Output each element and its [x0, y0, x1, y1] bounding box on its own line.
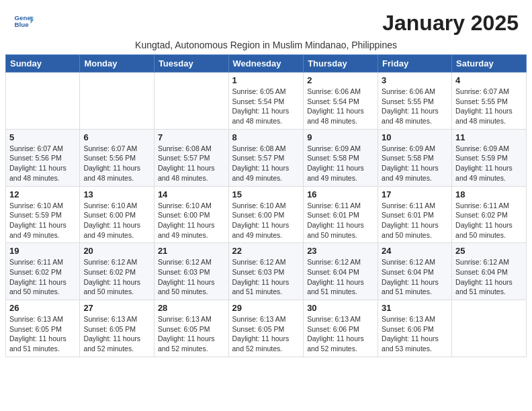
- day-number: 16: [307, 189, 374, 199]
- day-info: Sunrise: 6:09 AM Sunset: 5:58 PM Dayligh…: [307, 144, 374, 183]
- table-row: 25Sunrise: 6:12 AM Sunset: 6:04 PM Dayli…: [452, 243, 527, 300]
- calendar-week-row: 1Sunrise: 6:05 AM Sunset: 5:54 PM Daylig…: [6, 73, 527, 130]
- table-row: 3Sunrise: 6:06 AM Sunset: 5:55 PM Daylig…: [378, 73, 452, 130]
- day-number: 30: [307, 303, 374, 313]
- table-row: [154, 73, 228, 130]
- svg-text:Blue: Blue: [15, 21, 30, 28]
- calendar-table: Sunday Monday Tuesday Wednesday Thursday…: [5, 54, 527, 357]
- day-info: Sunrise: 6:13 AM Sunset: 6:05 PM Dayligh…: [232, 314, 300, 354]
- header-friday: Friday: [378, 55, 452, 73]
- day-number: 25: [455, 246, 523, 256]
- table-row: 27Sunrise: 6:13 AM Sunset: 6:05 PM Dayli…: [80, 300, 154, 357]
- table-row: 4Sunrise: 6:07 AM Sunset: 5:55 PM Daylig…: [452, 73, 527, 130]
- calendar-week-row: 12Sunrise: 6:10 AM Sunset: 5:59 PM Dayli…: [6, 186, 527, 243]
- table-row: 24Sunrise: 6:12 AM Sunset: 6:04 PM Dayli…: [378, 243, 452, 300]
- table-row: 17Sunrise: 6:11 AM Sunset: 6:01 PM Dayli…: [378, 186, 452, 243]
- table-row: 18Sunrise: 6:11 AM Sunset: 6:02 PM Dayli…: [452, 186, 527, 243]
- table-row: 20Sunrise: 6:12 AM Sunset: 6:02 PM Dayli…: [80, 243, 154, 300]
- table-row: 6Sunrise: 6:07 AM Sunset: 5:56 PM Daylig…: [80, 129, 154, 186]
- table-row: [80, 73, 154, 130]
- day-number: 27: [83, 303, 150, 313]
- day-info: Sunrise: 6:07 AM Sunset: 5:56 PM Dayligh…: [83, 144, 150, 183]
- day-number: 24: [382, 246, 448, 256]
- calendar-wrapper: Sunday Monday Tuesday Wednesday Thursday…: [0, 54, 532, 363]
- day-info: Sunrise: 6:11 AM Sunset: 6:01 PM Dayligh…: [307, 201, 374, 240]
- day-info: Sunrise: 6:12 AM Sunset: 6:03 PM Dayligh…: [232, 257, 300, 297]
- day-info: Sunrise: 6:12 AM Sunset: 6:04 PM Dayligh…: [307, 257, 374, 297]
- calendar-week-row: 5Sunrise: 6:07 AM Sunset: 5:56 PM Daylig…: [6, 129, 527, 186]
- day-number: 23: [307, 246, 374, 256]
- day-number: 29: [232, 303, 300, 313]
- header-sunday: Sunday: [6, 55, 80, 73]
- day-info: Sunrise: 6:12 AM Sunset: 6:03 PM Dayligh…: [158, 257, 225, 297]
- day-info: Sunrise: 6:06 AM Sunset: 5:55 PM Dayligh…: [382, 87, 448, 126]
- day-info: Sunrise: 6:13 AM Sunset: 6:06 PM Dayligh…: [382, 314, 448, 354]
- table-row: 31Sunrise: 6:13 AM Sunset: 6:06 PM Dayli…: [378, 300, 452, 357]
- day-number: 14: [158, 189, 225, 199]
- header-tuesday: Tuesday: [154, 55, 228, 73]
- day-number: 1: [232, 75, 300, 85]
- table-row: 5Sunrise: 6:07 AM Sunset: 5:56 PM Daylig…: [6, 129, 80, 186]
- day-info: Sunrise: 6:11 AM Sunset: 6:02 PM Dayligh…: [455, 201, 523, 240]
- day-number: 5: [9, 132, 76, 142]
- header-monday: Monday: [80, 55, 154, 73]
- day-info: Sunrise: 6:13 AM Sunset: 6:05 PM Dayligh…: [9, 314, 76, 354]
- calendar-week-row: 19Sunrise: 6:11 AM Sunset: 6:02 PM Dayli…: [6, 243, 527, 300]
- table-row: 7Sunrise: 6:08 AM Sunset: 5:57 PM Daylig…: [154, 129, 228, 186]
- table-row: 13Sunrise: 6:10 AM Sunset: 6:00 PM Dayli…: [80, 186, 154, 243]
- day-number: 6: [83, 132, 150, 142]
- day-info: Sunrise: 6:07 AM Sunset: 5:56 PM Dayligh…: [9, 144, 76, 183]
- day-info: Sunrise: 6:10 AM Sunset: 6:00 PM Dayligh…: [232, 201, 300, 240]
- table-row: 26Sunrise: 6:13 AM Sunset: 6:05 PM Dayli…: [6, 300, 80, 357]
- page-header: General Blue January 2025: [0, 0, 532, 38]
- table-row: 23Sunrise: 6:12 AM Sunset: 6:04 PM Dayli…: [304, 243, 378, 300]
- table-row: 10Sunrise: 6:09 AM Sunset: 5:58 PM Dayli…: [378, 129, 452, 186]
- calendar-week-row: 26Sunrise: 6:13 AM Sunset: 6:05 PM Dayli…: [6, 300, 527, 357]
- table-row: 16Sunrise: 6:11 AM Sunset: 6:01 PM Dayli…: [304, 186, 378, 243]
- logo-icon: General Blue: [13, 11, 34, 31]
- day-info: Sunrise: 6:11 AM Sunset: 6:02 PM Dayligh…: [9, 257, 76, 297]
- calendar-header-row: Sunday Monday Tuesday Wednesday Thursday…: [6, 55, 527, 73]
- table-row: 29Sunrise: 6:13 AM Sunset: 6:05 PM Dayli…: [228, 300, 304, 357]
- day-number: 2: [307, 75, 374, 85]
- month-title: January 2025: [382, 11, 519, 36]
- day-info: Sunrise: 6:06 AM Sunset: 5:54 PM Dayligh…: [307, 87, 374, 126]
- table-row: 8Sunrise: 6:08 AM Sunset: 5:57 PM Daylig…: [228, 129, 304, 186]
- day-info: Sunrise: 6:12 AM Sunset: 6:02 PM Dayligh…: [83, 257, 150, 297]
- day-number: 22: [232, 246, 300, 256]
- table-row: 22Sunrise: 6:12 AM Sunset: 6:03 PM Dayli…: [228, 243, 304, 300]
- day-info: Sunrise: 6:10 AM Sunset: 6:00 PM Dayligh…: [158, 201, 225, 240]
- day-number: 9: [307, 132, 374, 142]
- header-thursday: Thursday: [304, 55, 378, 73]
- table-row: 30Sunrise: 6:13 AM Sunset: 6:06 PM Dayli…: [304, 300, 378, 357]
- day-number: 20: [83, 246, 150, 256]
- day-info: Sunrise: 6:13 AM Sunset: 6:06 PM Dayligh…: [307, 314, 374, 354]
- day-number: 7: [158, 132, 225, 142]
- table-row: 2Sunrise: 6:06 AM Sunset: 5:54 PM Daylig…: [304, 73, 378, 130]
- logo: General Blue: [13, 11, 35, 31]
- day-number: 17: [382, 189, 448, 199]
- day-number: 8: [232, 132, 300, 142]
- table-row: 19Sunrise: 6:11 AM Sunset: 6:02 PM Dayli…: [6, 243, 80, 300]
- day-info: Sunrise: 6:05 AM Sunset: 5:54 PM Dayligh…: [232, 87, 300, 126]
- day-info: Sunrise: 6:08 AM Sunset: 5:57 PM Dayligh…: [232, 144, 300, 183]
- table-row: 15Sunrise: 6:10 AM Sunset: 6:00 PM Dayli…: [228, 186, 304, 243]
- day-info: Sunrise: 6:09 AM Sunset: 5:59 PM Dayligh…: [455, 144, 523, 183]
- day-number: 3: [382, 75, 448, 85]
- day-info: Sunrise: 6:09 AM Sunset: 5:58 PM Dayligh…: [382, 144, 448, 183]
- day-number: 15: [232, 189, 300, 199]
- day-number: 18: [455, 189, 523, 199]
- day-number: 21: [158, 246, 225, 256]
- day-info: Sunrise: 6:10 AM Sunset: 5:59 PM Dayligh…: [9, 201, 76, 240]
- day-info: Sunrise: 6:08 AM Sunset: 5:57 PM Dayligh…: [158, 144, 225, 183]
- table-row: [6, 73, 80, 130]
- day-number: 28: [158, 303, 225, 313]
- day-number: 12: [9, 189, 76, 199]
- table-row: 12Sunrise: 6:10 AM Sunset: 5:59 PM Dayli…: [6, 186, 80, 243]
- day-number: 11: [455, 132, 523, 142]
- day-info: Sunrise: 6:12 AM Sunset: 6:04 PM Dayligh…: [382, 257, 448, 297]
- day-info: Sunrise: 6:07 AM Sunset: 5:55 PM Dayligh…: [455, 87, 523, 126]
- day-info: Sunrise: 6:13 AM Sunset: 6:05 PM Dayligh…: [83, 314, 150, 354]
- day-number: 19: [9, 246, 76, 256]
- header-wednesday: Wednesday: [228, 55, 304, 73]
